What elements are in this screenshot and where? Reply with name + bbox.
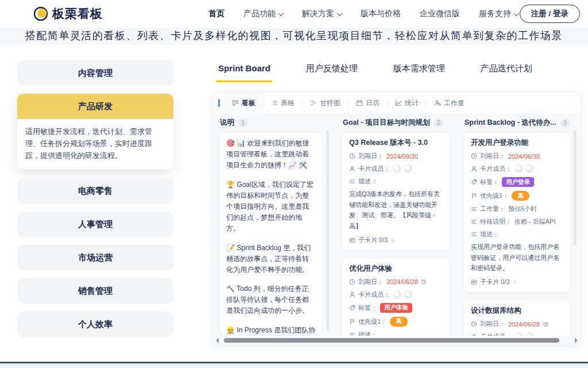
card-field: 到期日：2024/06/28	[349, 278, 443, 286]
column-count-badge: 3	[560, 118, 570, 128]
kanban-card[interactable]: 开发用户登录功能到期日：2024/06/30卡片成员：标签：用户登录优先级1：高…	[463, 132, 571, 293]
logo-text: 板栗看板	[52, 6, 103, 22]
tab-3[interactable]: 产品迭代计划	[481, 63, 532, 82]
card-title: 设计数据库结构	[471, 306, 563, 316]
nav-item-0[interactable]: 首页	[208, 9, 225, 19]
nav-item-2[interactable]: 解决方案	[302, 9, 342, 19]
sidebar-item-0[interactable]: 内容管理	[17, 60, 173, 86]
vertical-scrollbar-track[interactable]	[326, 131, 329, 331]
sidebar-item-1[interactable]: 产品研发	[17, 94, 173, 119]
field-label: 优先级1：	[358, 317, 387, 326]
member-avatars	[393, 290, 412, 299]
column-header: Goal - 项目目标与时间规划2	[342, 113, 450, 132]
member-avatars	[393, 164, 412, 173]
person-icon	[349, 292, 355, 298]
view-5[interactable]: 工作量	[427, 93, 472, 113]
due-date: 2024/09/30	[386, 153, 418, 160]
field-label: 工作量：	[480, 205, 505, 213]
logo[interactable]: 板栗看板	[33, 6, 103, 22]
card-field: 卡片成员：	[349, 164, 443, 173]
sidebar-item-3[interactable]: 人事管理	[17, 212, 173, 237]
field-value: 依赖 - 后端API	[514, 217, 556, 226]
flag-icon	[471, 193, 477, 199]
note-paragraph: 🏆 Goal区域，我们设定了宏伟的目标和时间节点，为整个项目指明方向。这里是我们…	[226, 179, 315, 234]
due-date: 2024/06/28	[508, 321, 540, 328]
signup-login-button[interactable]: 注册 / 登录	[520, 5, 580, 23]
field-label: 标签：	[358, 304, 377, 312]
person-icon	[349, 166, 355, 172]
footer-strip	[0, 363, 588, 368]
scroll-left-arrow[interactable]	[216, 338, 219, 343]
view-4[interactable]: 统计	[388, 93, 426, 113]
view-0[interactable]: 看板	[225, 93, 263, 113]
nav-item-1[interactable]: 产品功能	[243, 9, 283, 19]
subcards-toggle[interactable]: 子卡片 0/3	[349, 236, 443, 244]
kanban-column-2: Sprint Backlog - 迭代待办...3开发用户登录功能到期日：202…	[463, 113, 571, 345]
scenario-tabs: Sprint Board用户反馈处理版本需求管理产品迭代计划	[218, 63, 532, 82]
view-1[interactable]: 表格	[264, 93, 302, 113]
field-label: 描述：	[358, 177, 377, 186]
gantt-icon	[310, 99, 317, 106]
nav-item-5[interactable]: 服务支持	[479, 9, 519, 19]
kanban-card[interactable]: 优化用户体验到期日：2024/06/28卡片成员：标签：用户体验优先级1：高描述…	[342, 258, 450, 346]
kanban-card[interactable]: Q3 Release 版本号 - 3.0到期日：2024/09/30卡片成员：描…	[342, 132, 450, 251]
chevron-down-icon	[337, 10, 343, 16]
card-field: 描述：	[471, 230, 563, 239]
tag-icon	[471, 179, 477, 185]
nav-item-3[interactable]: 版本与价格	[361, 9, 401, 19]
card-title: 开发用户登录功能	[471, 138, 563, 148]
kanban-column-1: Goal - 项目目标与时间规划2Q3 Release 版本号 - 3.0到期日…	[342, 113, 450, 345]
field-label: 标签：	[480, 178, 499, 186]
card-field: 卡片成员：	[471, 164, 563, 173]
tag-icon	[349, 305, 355, 311]
vertical-scrollbar-track[interactable]	[574, 131, 577, 246]
sidebar-item-active-wrap: 产品研发适用敏捷开发流程，迭代计划、需求管理、任务拆分规划等场景，实时进度跟踪，…	[17, 94, 173, 169]
tab-0[interactable]: Sprint Board	[218, 63, 270, 82]
sidebar-item-5[interactable]: 销售管理	[17, 278, 173, 304]
kanban-board-widget: 看板表格甘特图日历统计工作量 说明1🎯 📊 欢迎来到我们的敏捷项目管理看板，这里…	[212, 92, 581, 346]
lines-icon	[471, 218, 477, 225]
field-label: 到期日：	[480, 320, 505, 328]
lines-icon	[471, 206, 477, 212]
chevron-down-icon	[278, 10, 284, 16]
horizontal-scrollbar[interactable]	[214, 336, 580, 345]
card-field: 描述：	[349, 177, 443, 186]
person-icon	[471, 166, 477, 172]
calendar-icon	[356, 99, 363, 106]
tab-1[interactable]: 用户反馈处理	[306, 63, 358, 82]
chevron-down-icon	[514, 10, 520, 16]
card-field: 特殊说明：依赖 - 后端API	[471, 217, 563, 226]
view-2[interactable]: 甘特图	[303, 93, 348, 113]
hero-subtitle: 搭配简单灵活的看板、列表、卡片及多样化的视图，可视化呈现项目细节，轻松应对从简单…	[0, 28, 588, 44]
sidebar-item-6[interactable]: 个人效率	[17, 312, 173, 337]
sidebar-item-2[interactable]: 电商零售	[17, 178, 173, 204]
tag-badge: 用户体验	[380, 303, 412, 313]
logo-icon	[33, 6, 48, 21]
scrollbar-thumb[interactable]	[224, 338, 559, 343]
page: 板栗看板 首页产品功能解决方案版本与价格企业微信版服务支持 注册 / 登录 搭配…	[0, 0, 588, 368]
field-label: 优先级1：	[480, 191, 509, 200]
nav-item-4[interactable]: 企业微信版	[420, 9, 460, 19]
subcards-toggle[interactable]: 子卡片 0/3	[471, 278, 563, 286]
priority-badge: 高	[512, 191, 529, 201]
card-field: 到期日：2024/06/30	[471, 152, 563, 160]
clock-icon	[349, 153, 355, 159]
alarm-icon	[421, 279, 427, 285]
tag-badge: 用户数据库	[502, 345, 540, 346]
scroll-right-arrow[interactable]	[575, 338, 578, 343]
kanban-card[interactable]: 🎯 📊 欢迎来到我们的敏捷项目管理看板，这里跳动着项目生命力的脉搏！📈 🛠️🏆 …	[219, 132, 323, 335]
avatar	[525, 164, 534, 173]
top-navigation: 板栗看板 首页产品功能解决方案版本与价格企业微信版服务支持 注册 / 登录	[0, 0, 588, 28]
chevron-right-icon	[390, 237, 396, 243]
card-field: 优先级1：高	[349, 317, 443, 327]
tab-2[interactable]: 版本需求管理	[393, 63, 445, 82]
avatar	[393, 164, 401, 173]
field-value: 预估5小时	[508, 205, 537, 213]
table-icon	[271, 99, 278, 106]
note-paragraph: 🎯 📊 欢迎来到我们的敏捷项目管理看板，这里跳动着项目生命力的脉搏！📈 🛠️	[226, 138, 315, 171]
card-field: 卡片成员：	[349, 290, 443, 299]
view-3[interactable]: 日历	[349, 93, 387, 113]
note-paragraph: 📝 Sprint Backlog 里，我们精选的故事点，正等待着转化为用户爱不释…	[226, 243, 315, 275]
stats-icon	[395, 99, 402, 106]
sidebar-item-4[interactable]: 市场运营	[17, 245, 173, 270]
